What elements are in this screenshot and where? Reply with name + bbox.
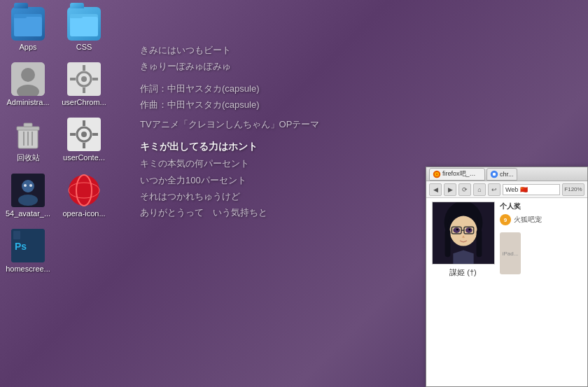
icon-row-1: Apps CSS — [4, 7, 108, 52]
svg-rect-39 — [13, 231, 20, 239]
administrator-icon-label: Administra... — [6, 98, 49, 107]
firefox-tab-icon — [433, 170, 441, 178]
desktop-icon-userchrome[interactable]: userChrom... — [59, 62, 108, 107]
browser-tab-firefox[interactable]: firefox吧_百度贴吧 — [429, 168, 485, 181]
ipad-area: iPad... — [500, 232, 521, 274]
chrome-tab-icon — [490, 170, 498, 178]
icon-row-4: 54_avatar_... opera-icon... — [4, 174, 108, 218]
icon-row-3: 回收站 userConte... — [4, 118, 108, 162]
svg-rect-2 — [14, 14, 27, 18]
lyric-line-8: それはつかれちゅうけど — [140, 188, 406, 204]
desktop-icon-homescree[interactable]: Ps homescree... — [4, 229, 52, 274]
apps-icon-label: Apps — [19, 43, 36, 52]
svg-rect-55 — [444, 230, 450, 257]
desktop: Apps CSS — [0, 0, 588, 387]
lyric-line-2: 作詞：中田ヤスタカ(capsule) — [140, 80, 406, 97]
svg-point-53 — [468, 229, 470, 231]
homescree-icon-label: homescree... — [6, 265, 50, 274]
lyric-line-6: キミの本気の何パーセント — [140, 155, 406, 171]
svg-point-30 — [22, 180, 34, 192]
lyric-line-0: きみにはいつもビート — [140, 42, 406, 58]
forward-button[interactable]: ▶ — [444, 183, 456, 196]
desktop-icon-usercontent[interactable]: userConte... — [59, 118, 108, 162]
svg-rect-13 — [83, 87, 85, 93]
side-content: 个人奖 9 火狐吧宠 iPad... — [500, 202, 584, 383]
svg-rect-5 — [70, 14, 83, 18]
browser-titlebar: firefox吧_百度贴吧 chr... — [426, 167, 587, 181]
svg-point-33 — [29, 184, 32, 187]
browser-window: firefox吧_百度贴吧 chr... ◀ ▶ ⟳ ⌂ ↩ Web 🇨🇳 F1… — [426, 167, 588, 387]
svg-text:Ps: Ps — [15, 241, 27, 252]
home-button[interactable]: ⌂ — [473, 183, 486, 196]
avatar-icon — [11, 174, 45, 207]
flag-icon: 🇨🇳 — [520, 186, 528, 193]
profile-card: 謀姫 (†) — [430, 202, 496, 383]
desktop-icon-administrator[interactable]: Administra... — [4, 62, 52, 107]
user-badge: 9 — [500, 214, 511, 225]
desktop-icons-area: Apps CSS — [0, 0, 112, 281]
recycle-icon-label: 回收站 — [17, 153, 40, 162]
lyric-line-1: きゅりーぽみゅぽみゅ — [140, 58, 406, 74]
svg-point-52 — [456, 229, 458, 231]
lyrics-overlay: きみにはいつもビート きゅりーぽみゅぽみゅ 作詞：中田ヤスタカ(capsule)… — [140, 42, 406, 221]
user-row: 9 火狐吧宠 — [500, 214, 584, 225]
lyric-line-9: ありがとうって いう気持ちと — [140, 204, 406, 220]
profile-image — [432, 202, 495, 265]
address-bar[interactable]: Web 🇨🇳 — [503, 184, 560, 195]
lyric-line-5: キミが出してる力はホント — [140, 138, 406, 155]
apps-folder-icon — [11, 7, 45, 41]
browser-tab-chrome[interactable]: chr... — [486, 168, 517, 181]
css-icon-label: CSS — [76, 43, 92, 52]
usercontent-icon — [67, 118, 101, 151]
browser-inner: 謀姫 (†) 个人奖 9 火狐吧宠 iPad... — [426, 198, 587, 386]
desktop-icon-recycle[interactable]: 回收站 — [4, 118, 52, 162]
svg-rect-18 — [24, 123, 32, 127]
avatar-icon-label: 54_avatar_... — [6, 209, 50, 218]
svg-rect-14 — [70, 78, 76, 80]
recycle-bin-icon — [11, 118, 45, 151]
desktop-icon-opera[interactable]: opera-icon... — [59, 174, 108, 218]
svg-rect-28 — [92, 133, 98, 136]
desktop-icon-avatar[interactable]: 54_avatar_... — [4, 174, 52, 218]
lyric-line-4: TVアニメ「クレヨンしんちゃん」OPテーマ — [140, 116, 406, 132]
svg-point-44 — [493, 172, 496, 176]
browser-toolbar: ◀ ▶ ⟳ ⌂ ↩ Web 🇨🇳 F120% — [426, 181, 587, 198]
browser-content: 謀姫 (†) 个人奖 9 火狐吧宠 iPad... — [426, 198, 587, 386]
svg-point-24 — [81, 132, 87, 137]
svg-point-7 — [21, 68, 35, 82]
side-label: 个人奖 — [500, 202, 584, 211]
user-name: 火狐吧宠 — [514, 215, 542, 225]
svg-point-31 — [18, 195, 38, 206]
svg-rect-4 — [70, 17, 98, 36]
desktop-icon-apps[interactable]: Apps — [4, 7, 52, 52]
address-bar-text: Web — [505, 186, 518, 193]
administrator-icon — [11, 62, 45, 96]
profile-name[interactable]: 謀姫 (†) — [449, 267, 477, 278]
svg-point-42 — [436, 173, 438, 175]
icon-row-2: Administra... userChrom... — [4, 62, 108, 107]
svg-rect-15 — [92, 78, 98, 80]
userchrome-icon — [67, 62, 101, 96]
opera-icon-label: opera-icon... — [62, 209, 105, 218]
usercontent-icon-label: userConte... — [63, 153, 105, 162]
zoom-button[interactable]: F120% — [562, 183, 584, 196]
anime-character-svg — [433, 202, 494, 265]
svg-point-32 — [24, 184, 27, 187]
svg-rect-56 — [476, 230, 482, 257]
opera-browser-icon — [67, 174, 101, 207]
lyric-line-3: 作曲：中田ヤスタカ(capsule) — [140, 97, 406, 113]
desktop-icon-css[interactable]: CSS — [59, 7, 108, 52]
svg-rect-12 — [83, 65, 85, 71]
firefox-tab-label: firefox吧_百度贴吧 — [442, 169, 482, 178]
userchrome-icon-label: userChrom... — [62, 98, 106, 107]
photoshop-icon: Ps — [11, 229, 45, 262]
svg-rect-1 — [14, 17, 42, 36]
svg-rect-26 — [83, 143, 85, 148]
css-folder-icon — [67, 7, 101, 41]
chrome-tab-label: chr... — [500, 171, 514, 178]
svg-point-34 — [69, 175, 99, 206]
back-button[interactable]: ◀ — [429, 183, 442, 196]
lyric-line-7: いつか全力100パーセント — [140, 172, 406, 188]
undo-button[interactable]: ↩ — [488, 183, 500, 196]
refresh-button[interactable]: ⟳ — [458, 183, 471, 196]
